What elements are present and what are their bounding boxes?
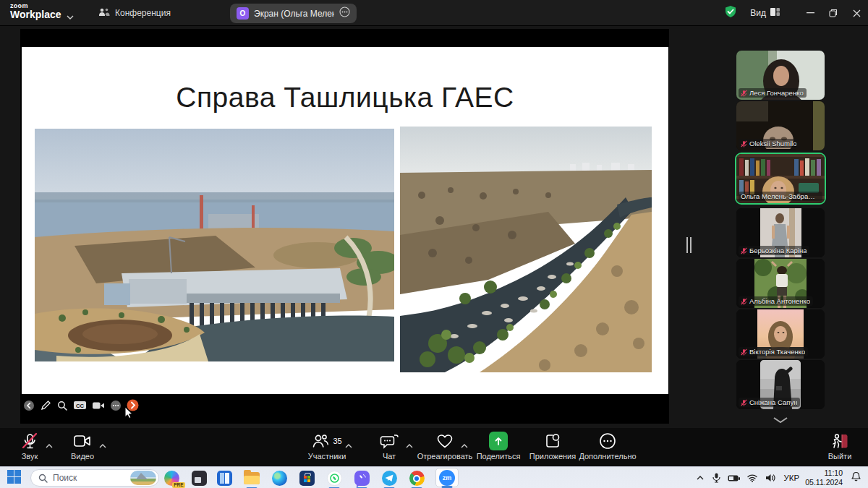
mic-muted-icon — [741, 348, 747, 356]
participant-name: Берьозкіна Каріна — [749, 247, 807, 254]
video-button[interactable]: Видео — [48, 432, 117, 461]
apps-icon — [544, 432, 561, 450]
svg-text:CC: CC — [76, 403, 84, 409]
windows-taskbar: Поиск PRE zm — [0, 466, 868, 488]
tray-battery-icon[interactable] — [725, 467, 744, 488]
zoom-magnifier-icon[interactable] — [56, 400, 68, 411]
taskbar-task-view-icon[interactable] — [215, 469, 234, 487]
taskbar-file-explorer-icon[interactable] — [242, 469, 261, 487]
shared-screen: Справа Ташлицька ГАЕС — [20, 29, 669, 424]
zoom-app-logo: zm — [439, 470, 455, 486]
more-ellipsis-icon — [599, 432, 616, 450]
participant-tile[interactable]: Берьозкіна Каріна — [736, 208, 825, 257]
search-placeholder: Поиск — [53, 473, 130, 483]
panel-resize-handle[interactable] — [686, 237, 692, 253]
participants-button[interactable]: 35 Участники — [292, 432, 362, 461]
taskbar-zoom-icon[interactable]: zm — [435, 468, 459, 487]
previous-slide-icon[interactable] — [23, 400, 35, 411]
camera-icon[interactable] — [92, 401, 105, 411]
system-tray: УКР 11:10 05.11.2024 — [692, 467, 868, 488]
more-label: Дополнительно — [579, 452, 636, 461]
taskbar-telegram-icon[interactable] — [380, 469, 399, 487]
tab-screen-share[interactable]: O Экран (Ольга Мелень-Забрамн — [230, 4, 357, 23]
more-tools-icon[interactable] — [110, 400, 122, 411]
participants-options-chevron[interactable] — [345, 438, 352, 451]
taskbar-app-icon[interactable] — [190, 469, 208, 487]
tray-volume-icon[interactable] — [761, 467, 780, 488]
zoom-window: zoom Workplace Конференция O Экран (Ольг… — [0, 0, 868, 488]
taskbar-chrome-icon[interactable] — [407, 469, 426, 487]
restore-button[interactable] — [822, 0, 845, 26]
share-label: Поделиться — [477, 452, 521, 461]
title-bar: zoom Workplace Конференция O Экран (Ольг… — [0, 0, 868, 26]
participant-tile[interactable]: Вікторія Ткаченко — [736, 309, 825, 359]
search-icon — [38, 474, 48, 483]
tab-meeting-label: Конференция — [115, 8, 171, 18]
copilot-preview-badge: PRE — [172, 482, 184, 488]
participants-label: Участники — [308, 452, 346, 461]
search-box[interactable]: Поиск — [30, 469, 159, 487]
participants-panel: Леся Гончаренко Oleksii Shum — [729, 26, 868, 428]
more-participants-chevron[interactable] — [773, 414, 788, 427]
participant-name: Альбіна Антоненко — [749, 297, 810, 305]
security-shield-icon[interactable] — [724, 5, 737, 21]
view-layout-icon — [770, 8, 780, 18]
video-label: Видео — [71, 452, 94, 461]
taskbar-whatsapp-icon[interactable] — [325, 469, 344, 487]
mic-muted-icon — [741, 90, 747, 97]
participant-name: Сніжана Сапун — [749, 398, 797, 406]
start-button[interactable] — [7, 470, 21, 487]
view-button[interactable]: Вид — [750, 8, 780, 18]
chevron-down-icon[interactable] — [67, 9, 74, 22]
minimize-button[interactable] — [799, 0, 822, 26]
participants-icon — [312, 433, 329, 449]
leave-door-icon — [830, 432, 849, 450]
audio-label: Звук — [22, 452, 38, 461]
participant-name: Вікторія Ткаченко — [749, 348, 805, 356]
mic-muted-icon — [741, 247, 747, 254]
taskbar-edge-icon[interactable] — [270, 469, 289, 487]
video-options-chevron[interactable] — [99, 438, 106, 451]
taskbar-store-icon[interactable] — [297, 469, 316, 487]
tray-chevron-up-icon[interactable] — [692, 467, 709, 488]
participant-tile-active-speaker[interactable]: Ольга Мелень-Забрамна.. — [736, 154, 825, 203]
participant-tile[interactable]: Сніжана Сапун — [736, 360, 825, 409]
mic-muted-icon — [741, 140, 747, 147]
video-camera-icon — [73, 434, 92, 448]
tray-time: 11:10 — [805, 468, 843, 478]
participant-tile[interactable]: Леся Гончаренко — [736, 51, 825, 100]
leave-label: Выйти — [828, 452, 852, 461]
closed-captions-icon[interactable]: CC — [73, 400, 87, 411]
pen-icon[interactable] — [40, 400, 51, 411]
tray-microphone-icon[interactable] — [709, 467, 725, 488]
participant-name: Oleksii Shumilo — [749, 140, 796, 147]
presentation-slide: Справа Ташлицька ГАЕС — [22, 47, 668, 394]
slide-title: Справа Ташлицька ГАЕС — [22, 82, 668, 114]
taskbar-viber-icon[interactable] — [352, 469, 371, 487]
people-icon — [98, 7, 110, 20]
river-photo — [400, 127, 652, 372]
tray-wifi-icon[interactable] — [744, 467, 761, 488]
tray-date: 05.11.2024 — [805, 478, 843, 487]
search-highlight-image[interactable] — [130, 471, 156, 485]
tab-meeting[interactable]: Конференция — [93, 4, 176, 22]
dam-photo — [35, 129, 394, 361]
taskbar-copilot-icon[interactable]: PRE — [162, 469, 181, 487]
chat-icon — [380, 433, 399, 449]
more-button[interactable]: Дополнительно — [573, 432, 642, 461]
clock[interactable]: 11:10 05.11.2024 — [805, 468, 843, 487]
participants-count: 35 — [333, 437, 341, 445]
participant-tile[interactable]: Альбіна Антоненко — [736, 259, 825, 308]
close-button[interactable] — [845, 0, 868, 26]
mic-muted-icon — [21, 432, 38, 450]
participant-tile[interactable]: Oleksii Shumilo — [736, 101, 825, 150]
chat-label: Чат — [383, 452, 396, 461]
meeting-content: Справа Ташлицька ГАЕС — [0, 26, 868, 428]
heart-icon — [436, 433, 454, 449]
notification-bell-icon[interactable] — [851, 471, 861, 484]
leave-button[interactable]: Выйти — [805, 432, 868, 461]
language-indicator[interactable]: УКР — [784, 474, 800, 482]
more-options-icon[interactable] — [339, 7, 350, 20]
share-tab-avatar: O — [237, 7, 249, 20]
share-tab-label: Экран (Ольга Мелень-Забрамн — [254, 9, 334, 19]
